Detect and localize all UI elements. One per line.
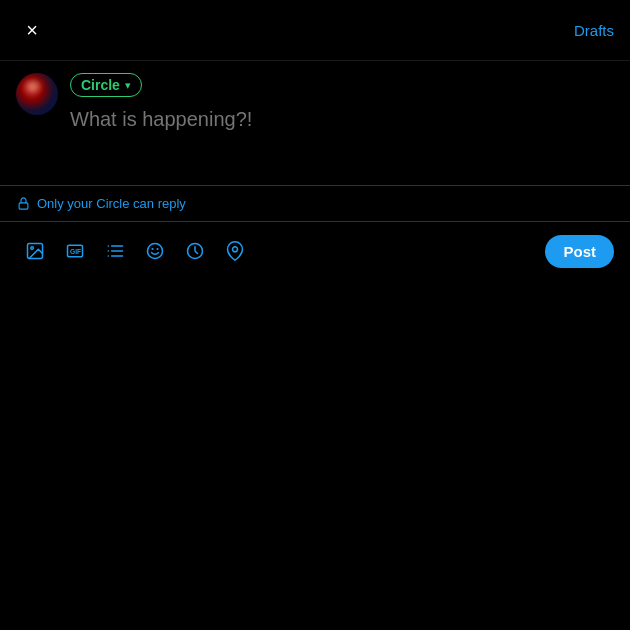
compose-right: Circle ▾	[70, 73, 614, 165]
toolbar: GIF	[0, 222, 630, 280]
modal-header: × Drafts	[0, 0, 630, 61]
compose-input[interactable]	[70, 105, 614, 165]
reply-restriction: Only your Circle can reply	[0, 186, 630, 221]
svg-point-8	[108, 245, 110, 247]
lock-icon	[16, 196, 31, 211]
compose-area: Circle ▾	[0, 61, 630, 177]
svg-point-15	[233, 247, 238, 252]
svg-rect-0	[19, 203, 28, 209]
compose-modal: × Drafts Circle ▾ Only your Circle can r…	[0, 0, 630, 630]
emoji-icon	[145, 241, 165, 261]
svg-point-11	[148, 244, 163, 259]
location-icon	[225, 241, 245, 261]
svg-text:GIF: GIF	[70, 248, 81, 255]
gif-button[interactable]: GIF	[56, 232, 94, 270]
image-icon	[25, 241, 45, 261]
gif-icon: GIF	[65, 241, 85, 261]
list-button[interactable]	[96, 232, 134, 270]
list-icon	[105, 241, 125, 261]
audience-selector[interactable]: Circle ▾	[70, 73, 142, 97]
close-button[interactable]: ×	[16, 14, 48, 46]
emoji-button[interactable]	[136, 232, 174, 270]
post-button[interactable]: Post	[545, 235, 614, 268]
schedule-button[interactable]	[176, 232, 214, 270]
svg-point-2	[31, 247, 33, 250]
location-button[interactable]	[216, 232, 254, 270]
svg-point-9	[108, 250, 110, 252]
toolbar-icons: GIF	[16, 232, 254, 270]
avatar	[16, 73, 58, 115]
reply-restriction-text: Only your Circle can reply	[37, 196, 186, 211]
drafts-button[interactable]: Drafts	[574, 22, 614, 39]
svg-point-10	[108, 255, 110, 257]
chevron-down-icon: ▾	[125, 79, 131, 92]
schedule-icon	[185, 241, 205, 261]
audience-label: Circle	[81, 77, 120, 93]
image-button[interactable]	[16, 232, 54, 270]
